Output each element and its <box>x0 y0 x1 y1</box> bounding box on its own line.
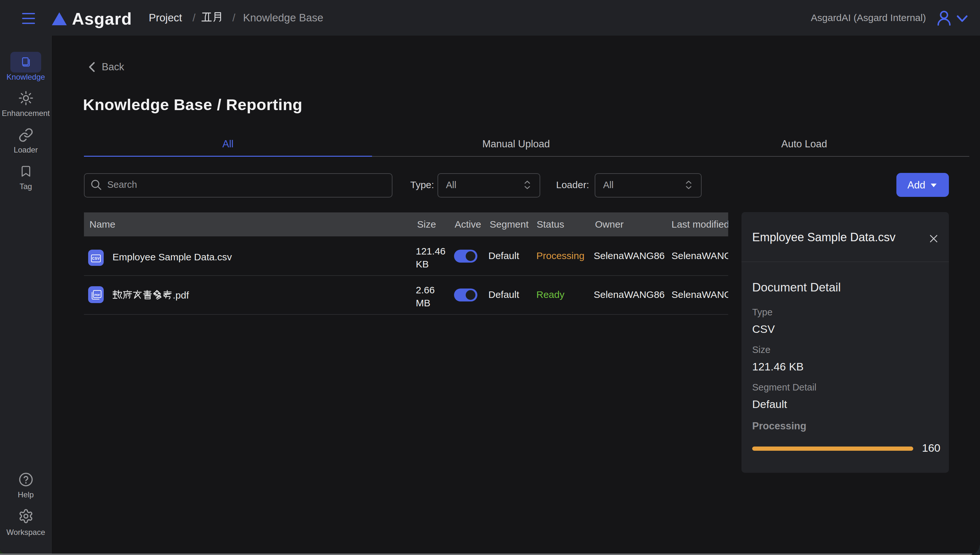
svg-text:PDF: PDF <box>94 294 100 297</box>
